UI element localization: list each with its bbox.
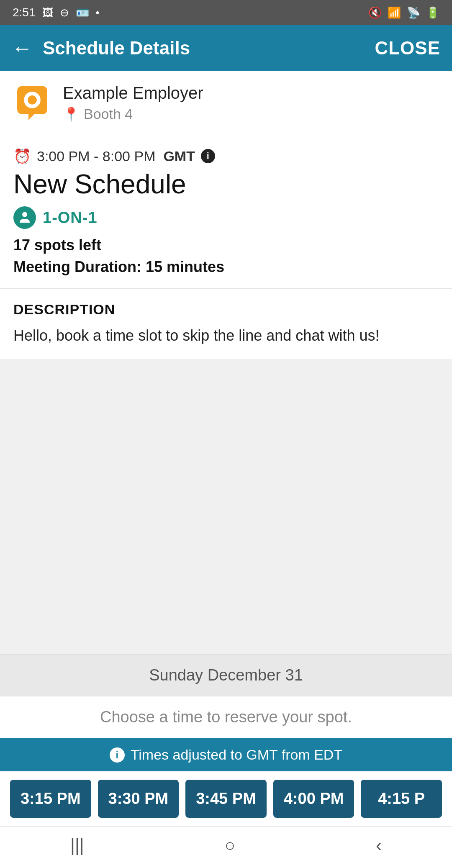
schedule-time-row: ⏰ 3:00 PM - 8:00 PM GMT i (13, 148, 439, 164)
meeting-duration: Meeting Duration: 15 minutes (13, 258, 439, 276)
date-header: Sunday December 31 (0, 655, 452, 696)
employer-row: Example Employer 📍 Booth 4 (0, 71, 452, 135)
status-wifi-icon: 📶 (388, 6, 401, 19)
gray-area (0, 360, 452, 655)
back-button[interactable]: ← (12, 38, 33, 59)
description-heading: DESCRIPTION (13, 301, 439, 318)
time-slot-4[interactable]: 4:15 P (361, 780, 442, 818)
one-on-one-label: 1-ON-1 (43, 209, 98, 227)
info-icon[interactable]: i (201, 149, 215, 163)
status-bar: 2:51 🖼 ⊖ 🪪 • 🔇 📶 📡 🔋 (0, 0, 452, 25)
bottom-nav: ||| ○ ‹ (0, 826, 452, 868)
schedule-title: New Schedule (13, 169, 439, 200)
time-slot-3[interactable]: 4:00 PM (273, 780, 354, 818)
close-button[interactable]: CLOSE (375, 38, 440, 59)
person-icon (13, 206, 36, 229)
status-bar-left: 2:51 🖼 ⊖ 🪪 • (13, 6, 100, 19)
time-slots-row: 3:15 PM 3:30 PM 3:45 PM 4:00 PM 4:15 P (0, 771, 452, 826)
status-dot-icon: • (96, 6, 100, 19)
choose-time-label: Choose a time to reserve your spot. (0, 696, 452, 738)
status-bar-right: 🔇 📶 📡 🔋 (368, 6, 439, 19)
employer-info: Example Employer 📍 Booth 4 (63, 84, 203, 122)
spots-left: 17 spots left (13, 236, 439, 254)
time-slot-0[interactable]: 3:15 PM (10, 780, 91, 818)
booth-label: Booth 4 (84, 106, 133, 122)
description-section: DESCRIPTION Hello, book a time slot to s… (0, 289, 452, 360)
time-slot-2[interactable]: 3:45 PM (185, 780, 267, 818)
status-mute-icon: 🔇 (368, 6, 382, 19)
schedule-section: ⏰ 3:00 PM - 8:00 PM GMT i New Schedule 1… (0, 135, 452, 289)
status-time: 2:51 (13, 6, 36, 19)
times-banner-info-icon: i (110, 747, 125, 763)
times-banner: i Times adjusted to GMT from EDT (0, 738, 452, 771)
clock-icon: ⏰ (13, 148, 31, 164)
page-title: Schedule Details (43, 38, 375, 59)
one-on-one-row: 1-ON-1 (13, 206, 439, 229)
nav-menu-icon[interactable]: ||| (70, 835, 84, 855)
status-signal-icon: 📡 (407, 6, 420, 19)
description-text: Hello, book a time slot to skip the line… (13, 324, 439, 347)
schedule-time: 3:00 PM - 8:00 PM GMT (37, 148, 195, 164)
time-range: 3:00 PM - 8:00 PM (37, 148, 155, 164)
status-id-icon: 🪪 (76, 6, 89, 19)
status-minus-icon: ⊖ (60, 6, 69, 19)
employer-name: Example Employer (63, 84, 203, 103)
employer-booth: 📍 Booth 4 (63, 106, 203, 122)
status-image-icon: 🖼 (42, 6, 53, 19)
nav-home-icon[interactable]: ○ (225, 835, 235, 855)
time-slot-1[interactable]: 3:30 PM (98, 780, 179, 818)
nav-back-icon[interactable]: ‹ (376, 835, 382, 855)
svg-point-2 (22, 212, 27, 217)
timezone-label: GMT (163, 148, 195, 164)
location-icon: 📍 (63, 106, 80, 122)
svg-point-1 (28, 95, 37, 105)
nav-bar: ← Schedule Details CLOSE (0, 25, 452, 71)
times-banner-text: Times adjusted to GMT from EDT (131, 747, 342, 763)
employer-logo (13, 84, 51, 122)
status-battery-icon: 🔋 (426, 6, 439, 19)
